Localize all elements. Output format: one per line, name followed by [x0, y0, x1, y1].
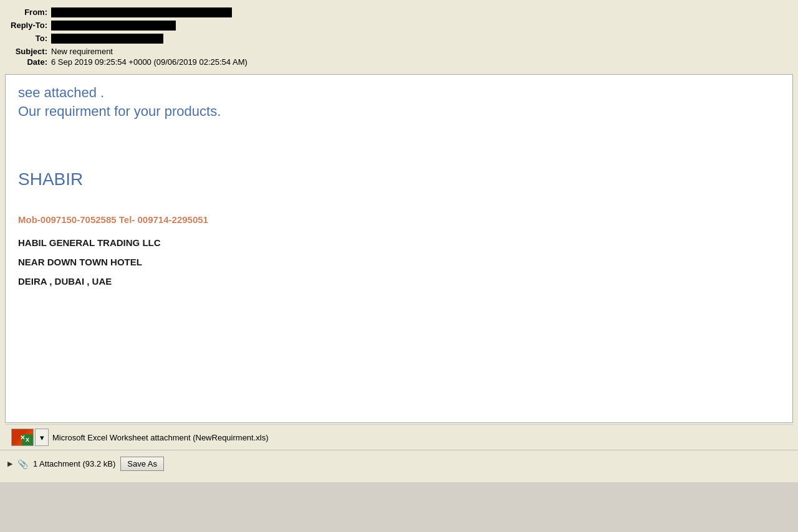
body-address1: NEAR DOWN TOWN HOTEL [18, 257, 780, 267]
subject-label: Subject: [7, 47, 51, 56]
to-redacted [51, 34, 163, 44]
to-label: To: [7, 34, 51, 43]
date-label: Date: [7, 57, 51, 67]
body-address2: DEIRA , DUBAI , UAE [18, 276, 780, 287]
date-value: 6 Sep 2019 09:25:54 +0000 (09/06/2019 02… [51, 57, 248, 67]
subject-value: New requirement [51, 47, 113, 56]
attachment-filename: Microsoft Excel Worksheet attachment (Ne… [52, 433, 269, 442]
replyto-row: Reply-To: [7, 21, 791, 32]
excel-icon-label: ✕ [20, 434, 25, 441]
excel-file-icon[interactable]: ✕ X [11, 429, 34, 446]
attachment-dropdown-button[interactable]: ▾ [35, 429, 49, 446]
body-contact: Mob-0097150-7052585 Tel- 009714-2295051 [18, 214, 780, 225]
attachment-bar: ✕ X ▾ Microsoft Excel Worksheet attachme… [5, 424, 793, 450]
save-as-button[interactable]: Save As [120, 457, 164, 471]
email-container: From: Reply-To: To: Subject: New require… [0, 0, 798, 482]
attachment-footer: ▶ 📎 1 Attachment (93.2 kB) Save As [0, 450, 798, 477]
from-row: From: [7, 7, 791, 19]
to-value [51, 34, 163, 45]
body-line1: see attached . [18, 85, 780, 101]
to-row: To: [7, 34, 791, 45]
email-headers: From: Reply-To: To: Subject: New require… [0, 5, 798, 73]
replyto-label: Reply-To: [7, 21, 51, 30]
email-body: see attached . Our requirment for your p… [5, 74, 793, 423]
replyto-redacted [51, 21, 176, 31]
body-line2: Our requirment for your products. [18, 103, 780, 120]
from-value [51, 7, 232, 19]
from-redacted [51, 7, 232, 17]
chevron-down-icon: ▾ [40, 433, 44, 442]
attachment-count-text: 1 Attachment (93.2 kB) [33, 459, 115, 468]
expand-arrow-icon[interactable]: ▶ [7, 460, 12, 468]
subject-row: Subject: New requirement [7, 47, 791, 56]
replyto-value [51, 21, 176, 32]
from-label: From: [7, 7, 51, 17]
paperclip-icon: 📎 [17, 459, 28, 469]
date-row: Date: 6 Sep 2019 09:25:54 +0000 (09/06/2… [7, 57, 791, 67]
body-name: SHABIR [18, 169, 780, 189]
body-company: HABIL GENERAL TRADING LLC [18, 237, 780, 248]
